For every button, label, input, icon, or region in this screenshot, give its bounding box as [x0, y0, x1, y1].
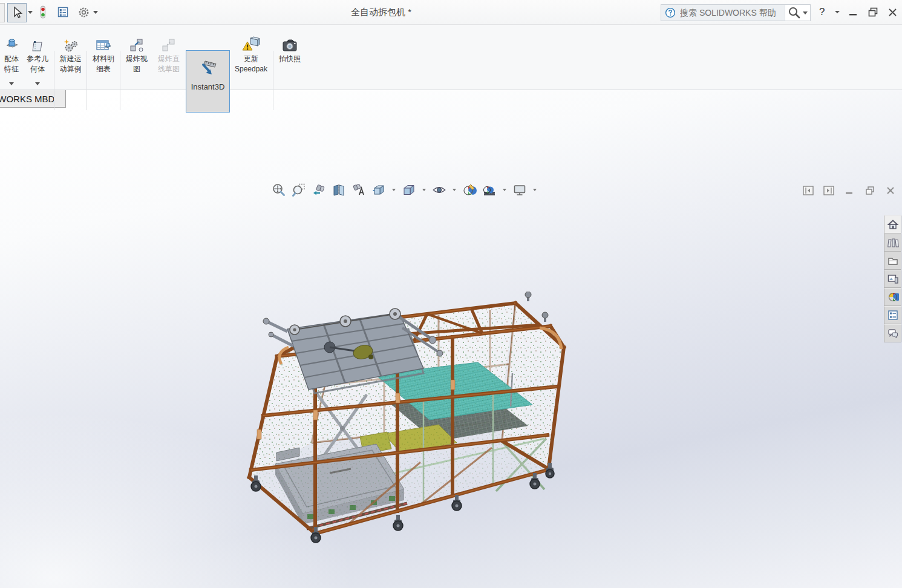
- edit-appearance-button[interactable]: [462, 182, 477, 198]
- hide-show-items-button[interactable]: [431, 182, 447, 198]
- motion-study-icon: [62, 37, 79, 54]
- command-manager-ribbon: 配体 特征 参考几 何体 新建运 动算例: [0, 24, 902, 90]
- help-menu-dropdown[interactable]: [835, 0, 840, 24]
- edit-appearance-icon: [462, 183, 477, 197]
- doc-minimize-icon: [844, 185, 855, 196]
- previous-view-button[interactable]: [311, 182, 327, 198]
- graphics-viewport[interactable]: [0, 90, 902, 588]
- options-dropdown[interactable]: [92, 3, 99, 21]
- document-window-controls: [801, 183, 898, 198]
- window-close-button[interactable]: [883, 0, 901, 24]
- custom-properties-icon: [887, 309, 899, 321]
- assembly-features-icon: [3, 37, 20, 54]
- zoom-to-area-button[interactable]: [291, 182, 307, 198]
- reference-geometry-icon: [30, 38, 45, 54]
- tab-design-library[interactable]: [884, 234, 901, 252]
- close-icon: [888, 8, 897, 17]
- design-tree-icon: [57, 6, 69, 18]
- doc-restore-icon: [864, 185, 875, 196]
- monitor-icon: [512, 183, 527, 197]
- section-view-icon: [332, 183, 346, 197]
- tab-view-palette[interactable]: [884, 270, 901, 288]
- apply-scene-dropdown[interactable]: [502, 189, 508, 191]
- bill-of-materials-button[interactable]: 材料明 细表: [87, 26, 120, 87]
- magnifier-icon: [788, 6, 801, 19]
- select-arrow-icon: [11, 6, 23, 19]
- help-menu[interactable]: ?: [819, 0, 825, 24]
- select-tool-dropdown[interactable]: [27, 3, 34, 21]
- instant3d-button[interactable]: Instant3D: [186, 50, 230, 113]
- search-input[interactable]: [679, 7, 778, 18]
- dynamic-annotation-views-button[interactable]: [351, 182, 367, 198]
- view-orientation-icon: [371, 183, 386, 197]
- select-tool-button[interactable]: [7, 3, 27, 22]
- explode-line-sketch-button: 爆炸直 线草图: [152, 26, 185, 87]
- take-snapshot-button[interactable]: 拍快照: [273, 26, 306, 87]
- collapse-left-icon: [802, 185, 814, 197]
- search-dropdown[interactable]: [803, 11, 808, 15]
- folder-icon: [887, 255, 899, 267]
- camera-icon: [281, 38, 298, 54]
- display-style-dropdown[interactable]: [421, 189, 427, 191]
- instant3d-icon: [198, 59, 218, 77]
- eye-icon: [432, 183, 446, 197]
- hide-show-items-dropdown[interactable]: [451, 189, 457, 191]
- section-view-button[interactable]: [331, 182, 347, 198]
- traffic-light-icon[interactable]: [36, 3, 50, 21]
- view-orientation-button[interactable]: [371, 182, 387, 198]
- view-settings-dropdown[interactable]: [532, 189, 538, 191]
- tab-solidworks-mbd[interactable]: OWORKS MBD: [0, 90, 66, 108]
- display-style-icon: [402, 183, 416, 197]
- books-icon: [887, 237, 899, 249]
- document-title: 全自动拆包机 *: [302, 0, 460, 24]
- doc-restore-button[interactable]: [863, 183, 877, 198]
- annotation-views-icon: [351, 183, 366, 197]
- help-circle-icon: [665, 7, 676, 18]
- collapse-left-pane-button[interactable]: [801, 183, 815, 198]
- collapse-right-pane-button[interactable]: [822, 183, 836, 198]
- assembly-features-dropdown[interactable]: [9, 82, 14, 85]
- apply-scene-button[interactable]: [482, 182, 497, 198]
- solidworks-app-window: { "title_bar": { "title": "全自动拆包机 *", "h…: [0, 0, 902, 588]
- view-orientation-dropdown[interactable]: [391, 189, 397, 191]
- quick-access-partial-button[interactable]: [0, 3, 5, 22]
- options-button[interactable]: [76, 3, 91, 21]
- search-box[interactable]: [661, 4, 811, 21]
- update-speedpak-icon: [242, 36, 260, 54]
- tab-solidworks-forum[interactable]: [884, 324, 901, 342]
- doc-minimize-button[interactable]: [842, 183, 857, 198]
- appearances-sphere-icon: [887, 291, 899, 303]
- apply-scene-icon: [482, 183, 497, 197]
- explode-line-sketch-icon: [160, 37, 177, 54]
- design-tree-display-button[interactable]: [56, 3, 70, 21]
- collapse-right-icon: [823, 185, 835, 197]
- bom-table-icon: [95, 37, 112, 54]
- window-restore-button[interactable]: [864, 0, 882, 24]
- exploded-view-icon: [128, 37, 145, 54]
- gear-icon: [77, 6, 90, 19]
- previous-view-icon: [312, 183, 326, 197]
- view-settings-button[interactable]: [512, 182, 528, 198]
- display-style-button[interactable]: [401, 182, 417, 198]
- task-pane-tabs: [884, 215, 902, 342]
- tab-solidworks-resources[interactable]: [884, 215, 901, 234]
- search-submit[interactable]: [785, 5, 810, 21]
- model-3d-assembly[interactable]: [239, 292, 578, 552]
- reference-geometry-dropdown[interactable]: [35, 82, 40, 85]
- restore-icon: [868, 7, 878, 17]
- update-speedpak-button[interactable]: 更新 Speedpak: [230, 26, 272, 87]
- new-motion-study-button[interactable]: 新建运 动算例: [54, 26, 87, 87]
- reference-geometry-button[interactable]: 参考几 何体: [21, 26, 54, 87]
- doc-close-button[interactable]: [883, 183, 898, 198]
- zoom-to-fit-button[interactable]: [271, 182, 287, 198]
- window-minimize-button[interactable]: [844, 0, 862, 24]
- heads-up-view-toolbar: [271, 182, 538, 198]
- tab-file-explorer[interactable]: [884, 252, 901, 270]
- exploded-view-button[interactable]: 爆炸视 图: [120, 26, 153, 87]
- zoom-to-area-icon: [292, 183, 306, 197]
- tab-custom-properties[interactable]: [884, 306, 901, 324]
- zoom-to-fit-icon: [272, 183, 286, 197]
- forum-chat-icon: [887, 327, 899, 339]
- tab-appearances-scenes[interactable]: [884, 288, 901, 306]
- minimize-icon: [849, 8, 857, 16]
